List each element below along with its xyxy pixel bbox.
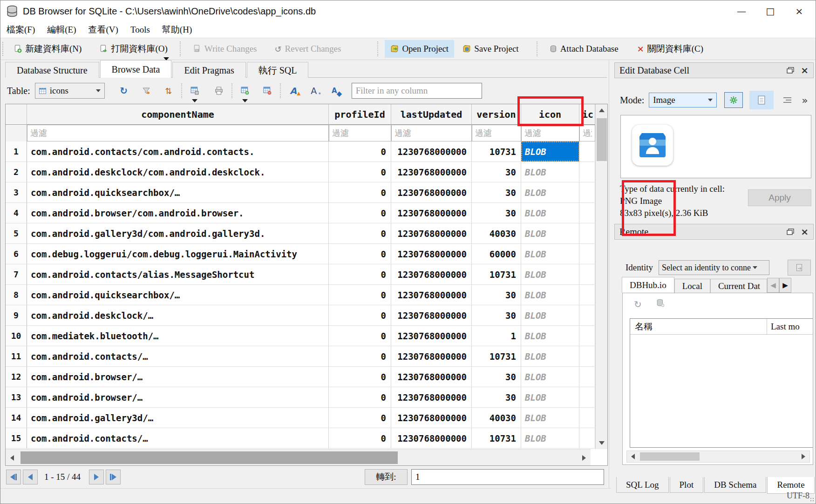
cell-icon[interactable]: BLOB <box>521 285 579 305</box>
cell-profileId[interactable]: 0 <box>329 408 391 428</box>
cell-partial[interactable] <box>579 285 595 305</box>
write-changes-button[interactable]: Write Changes <box>187 40 263 58</box>
cell-icon[interactable]: BLOB <box>521 428 579 448</box>
table-row[interactable]: 6 com.debug.loggerui/com.debug.loggerui.… <box>6 244 595 264</box>
cell-componentName[interactable]: com.android.browser/com.android.browser. <box>27 203 329 223</box>
float-dock-icon[interactable] <box>787 228 794 235</box>
cell-icon[interactable]: BLOB <box>521 326 579 346</box>
cell-profileId[interactable]: 0 <box>329 203 391 223</box>
display-format-doc-button[interactable]: A ▪ <box>306 83 322 99</box>
table-row[interactable]: 14 com.android.gallery3d/… 0 12307680000… <box>6 408 595 428</box>
cell-profileId[interactable]: 0 <box>329 367 391 387</box>
table-row[interactable]: 5 com.android.gallery3d/com.android.gall… <box>6 223 595 244</box>
edit-display-format-button[interactable]: A ▴ <box>286 83 301 99</box>
row-number[interactable]: 1 <box>6 141 27 161</box>
remote-clone-button[interactable] <box>656 299 665 307</box>
filter-any-column-input[interactable] <box>352 83 482 99</box>
cell-icon[interactable]: BLOB <box>521 264 579 284</box>
cell-version[interactable]: 1 <box>472 326 521 346</box>
vertical-scrollbar[interactable] <box>595 104 607 449</box>
cell-profileId[interactable]: 0 <box>329 305 391 325</box>
row-number[interactable]: 9 <box>6 305 27 325</box>
tab-plot[interactable]: Plot <box>670 477 704 493</box>
cell-profileId[interactable]: 0 <box>329 244 391 264</box>
table-row[interactable]: 4 com.android.browser/com.android.browse… <box>6 203 595 223</box>
cell-componentName[interactable]: com.android.gallery3d/com.android.galler… <box>27 223 329 243</box>
cell-componentName[interactable]: com.android.deskclock/com.android.deskcl… <box>27 162 329 182</box>
cell-version[interactable]: 40030 <box>472 223 521 243</box>
cell-icon[interactable]: BLOB <box>521 305 579 325</box>
import-certificate-button[interactable] <box>788 260 811 276</box>
auto-format-button[interactable] <box>780 92 795 108</box>
first-page-button[interactable] <box>6 470 21 484</box>
header-componentName[interactable]: componentName <box>27 104 329 125</box>
cell-profileId[interactable]: 0 <box>329 162 391 182</box>
close-dock-icon[interactable]: × <box>801 65 809 76</box>
display-format-color-button[interactable]: A ◆ <box>326 83 342 99</box>
scrollbar-thumb[interactable] <box>640 452 700 461</box>
row-number[interactable]: 7 <box>6 264 27 284</box>
vertical-scrollbar-thumb[interactable] <box>597 118 607 161</box>
cell-componentName[interactable]: com.android.browser/… <box>27 367 329 387</box>
cell-lastUpdated[interactable]: 1230768000000 <box>391 182 472 202</box>
cell-version[interactable]: 10731 <box>472 141 521 161</box>
row-number[interactable]: 13 <box>6 387 27 407</box>
scroll-down-button[interactable] <box>596 437 608 449</box>
cell-icon[interactable]: BLOB <box>521 408 579 428</box>
row-number[interactable]: 15 <box>6 428 27 448</box>
table-row[interactable]: 8 com.android.quicksearchbox/… 0 1230768… <box>6 285 595 305</box>
cell-lastUpdated[interactable]: 1230768000000 <box>391 141 472 161</box>
open-database-button[interactable]: 打開資料庫(O) <box>94 39 173 59</box>
cell-partial[interactable] <box>579 305 595 325</box>
print-button[interactable] <box>211 83 227 99</box>
cell-componentName[interactable]: com.android.contacts/com.android.contact… <box>27 141 329 161</box>
cell-profileId[interactable]: 0 <box>329 285 391 305</box>
horizontal-scrollbar-thumb[interactable] <box>20 451 398 464</box>
cell-icon[interactable]: BLOB <box>521 162 579 182</box>
header-icon[interactable]: icon <box>521 104 579 125</box>
row-number[interactable]: 2 <box>6 162 27 182</box>
cell-icon[interactable]: BLOB <box>521 182 579 202</box>
cell-icon[interactable]: BLOB <box>521 367 579 387</box>
table-row[interactable]: 9 com.android.deskclock/… 0 123076800000… <box>6 305 595 326</box>
cell-partial[interactable] <box>579 141 595 161</box>
previous-page-button[interactable] <box>23 470 38 484</box>
tab-database-structure[interactable]: Database Structure <box>5 62 99 78</box>
cell-partial[interactable] <box>579 326 595 346</box>
cell-componentName[interactable]: com.mediatek.bluetooth/… <box>27 326 329 346</box>
cell-componentName[interactable]: com.android.contacts/… <box>27 428 329 448</box>
menu-edit[interactable]: 編輯(E) <box>41 24 82 36</box>
remote-database-list[interactable]: 名稱 Last mo <box>630 318 813 448</box>
cell-version[interactable]: 30 <box>472 162 521 182</box>
cell-partial[interactable] <box>579 244 595 264</box>
tab-current-database[interactable]: Current Dat <box>710 279 767 293</box>
remote-list-header-modified[interactable]: Last mo <box>767 322 813 332</box>
filter-profileId-input[interactable] <box>329 125 391 141</box>
header-lastUpdated[interactable]: lastUpdated <box>391 104 472 125</box>
refresh-button[interactable]: ↻ <box>116 83 132 99</box>
close-button[interactable]: × <box>785 2 814 20</box>
cell-componentName[interactable]: com.android.contacts/… <box>27 346 329 366</box>
cell-version[interactable]: 30 <box>472 285 521 305</box>
table-row[interactable]: 1 com.android.contacts/com.android.conta… <box>6 141 595 162</box>
header-profileId[interactable]: profileId <box>329 104 391 125</box>
cell-icon[interactable]: BLOB <box>521 203 579 223</box>
cell-componentName[interactable]: com.android.contacts/alias.MessageShortc… <box>27 264 329 284</box>
tab-db-schema[interactable]: DB Schema <box>704 477 766 493</box>
menu-view[interactable]: 查看(V) <box>82 24 124 36</box>
cell-profileId[interactable]: 0 <box>329 223 391 243</box>
maximize-button[interactable]: □ <box>756 2 785 20</box>
tab-execute-sql[interactable]: 執行 SQL <box>247 62 309 78</box>
table-row[interactable]: 10 com.mediatek.bluetooth/… 0 1230768000… <box>6 326 595 346</box>
text-view-button[interactable] <box>749 91 774 109</box>
resize-grip[interactable] <box>810 497 815 502</box>
header-partial-column[interactable]: ic <box>579 104 595 125</box>
cell-profileId[interactable]: 0 <box>329 264 391 284</box>
cell-lastUpdated[interactable]: 1230768000000 <box>391 326 472 346</box>
scroll-up-button[interactable] <box>596 104 608 116</box>
tab-scroll-right-button[interactable]: ▶ <box>779 278 791 293</box>
table-row[interactable]: 13 com.android.browser/… 0 1230768000000… <box>6 387 595 408</box>
close-dock-icon[interactable]: × <box>801 226 809 237</box>
cell-lastUpdated[interactable]: 1230768000000 <box>391 162 472 182</box>
cell-lastUpdated[interactable]: 1230768000000 <box>391 305 472 325</box>
